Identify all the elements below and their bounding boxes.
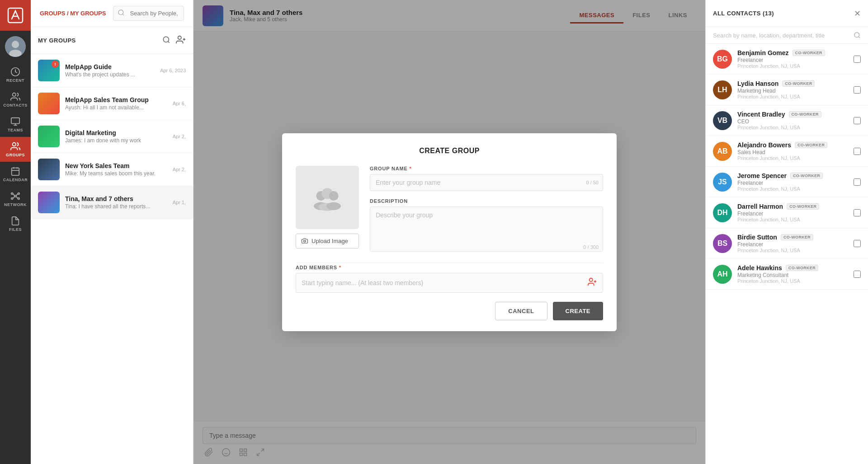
contact-checkbox[interactable]: [854, 117, 861, 124]
create-button[interactable]: CREATE: [553, 302, 603, 320]
groups-panel-title: MY GROUPS: [38, 37, 76, 44]
contacts-search-input[interactable]: [713, 32, 849, 39]
group-thumbnail: [38, 126, 60, 147]
modal-title: CREATE GROUP: [296, 147, 603, 155]
svg-point-14: [14, 195, 16, 197]
svg-line-50: [859, 37, 860, 38]
add-group-icon[interactable]: [176, 35, 186, 47]
modal-overlay: CREATE GROUP: [193, 0, 705, 464]
svg-point-44: [326, 202, 341, 210]
contact-checkbox[interactable]: [854, 56, 861, 63]
sidebar-navigation: RECENT CONTACTS TEAMS GROUPS CALENDAR NE…: [0, 0, 31, 464]
sidebar-item-files[interactable]: FILES: [0, 211, 31, 236]
groups-panel: GROUPS / MY GROUPS MY GROUPS ! MelpApp G…: [31, 0, 193, 464]
svg-point-41: [329, 191, 339, 201]
contacts-panel: ALL CONTACTS (13) ✕ BG Benjamin Gomez CO…: [705, 0, 868, 464]
modal-image-area: Upload Image: [296, 166, 359, 253]
contacts-header: ALL CONTACTS (13) ✕: [706, 0, 868, 27]
groups-search-icon[interactable]: [162, 36, 170, 46]
svg-rect-6: [11, 118, 19, 124]
svg-point-17: [11, 198, 13, 200]
contact-item: JS Jerome Spencer CO-WORKER Freelancer P…: [706, 167, 868, 197]
description-char-count: 0 / 300: [583, 244, 599, 250]
contact-avatar: BG: [713, 50, 732, 69]
contact-item: VB Vincent Bradley CO-WORKER CEO Princet…: [706, 105, 868, 136]
group-thumbnail: [38, 93, 60, 114]
close-contacts-button[interactable]: ✕: [854, 9, 861, 19]
contact-checkbox[interactable]: [854, 271, 861, 278]
group-item[interactable]: Digital Marketing James: I am done with …: [31, 120, 193, 153]
group-name-char-count: 0 / 50: [586, 180, 599, 185]
svg-point-45: [304, 240, 306, 242]
add-members-section: ADD MEMBERS *: [296, 265, 603, 293]
description-textarea-wrapper: 0 / 300: [370, 206, 603, 253]
group-info: New York Sales Team Mike: My teams sales…: [65, 162, 167, 177]
contact-item: AH Adele Hawkins CO-WORKER Marketing Con…: [706, 259, 868, 290]
modal-actions: CANCEL CREATE: [296, 302, 603, 320]
svg-point-9: [13, 143, 16, 146]
group-name-field: GROUP NAME * 0 / 50: [370, 166, 603, 191]
contact-info: Vincent Bradley CO-WORKER CEO Princeton …: [737, 111, 848, 130]
modal-form: GROUP NAME * 0 / 50 DESCRIPTION 0 / 300: [370, 166, 603, 253]
add-member-icon[interactable]: [582, 273, 603, 292]
modal-body: Upload Image GROUP NAME * 0 / 50: [296, 166, 603, 253]
description-textarea[interactable]: [370, 206, 603, 252]
search-bar: [113, 6, 184, 21]
contact-checkbox[interactable]: [854, 148, 861, 155]
upload-image-button[interactable]: Upload Image: [296, 234, 359, 248]
group-info: Tina, Max and 7 others Tina: I have shar…: [65, 195, 167, 210]
sidebar-item-network[interactable]: NETWORK: [0, 187, 31, 211]
sidebar-item-groups[interactable]: GROUPS: [0, 137, 31, 162]
contact-item: BS Birdie Sutton CO-WORKER Freelancer Pr…: [706, 228, 868, 259]
sidebar-item-teams[interactable]: TEAMS: [0, 112, 31, 137]
contacts-panel-title: ALL CONTACTS (13): [713, 10, 774, 17]
contact-avatar: LH: [713, 80, 732, 99]
add-members-input[interactable]: [296, 275, 582, 291]
svg-line-26: [168, 41, 169, 42]
contact-avatar: VB: [713, 111, 732, 130]
contacts-search-icon: [854, 32, 861, 39]
svg-point-5: [13, 93, 16, 96]
svg-point-16: [18, 193, 20, 195]
user-avatar[interactable]: [5, 36, 26, 57]
top-bar: GROUPS / MY GROUPS: [31, 0, 193, 27]
contact-avatar: AB: [713, 142, 732, 161]
groups-actions: [162, 35, 186, 47]
contact-info: Birdie Sutton CO-WORKER Freelancer Princ…: [737, 234, 848, 253]
group-item[interactable]: ! MelpApp Guide What's the project updat…: [31, 54, 193, 87]
contact-info: Jerome Spencer CO-WORKER Freelancer Prin…: [737, 172, 848, 192]
unread-badge: !: [52, 61, 59, 68]
svg-point-49: [854, 33, 859, 37]
description-field: DESCRIPTION 0 / 300: [370, 198, 603, 253]
breadcrumb: GROUPS / MY GROUPS: [40, 10, 106, 17]
svg-line-19: [13, 194, 15, 196]
contact-checkbox[interactable]: [854, 240, 861, 247]
group-thumbnail: [38, 192, 60, 213]
svg-line-20: [16, 194, 18, 196]
sidebar-item-recent[interactable]: RECENT: [0, 62, 31, 87]
contact-checkbox[interactable]: [854, 209, 861, 216]
svg-point-46: [590, 278, 593, 281]
group-name-input[interactable]: [370, 174, 603, 191]
svg-point-23: [118, 10, 123, 15]
add-members-input-wrap: [296, 273, 603, 293]
group-info: MelpApp Guide What's the project updates…: [65, 63, 155, 78]
svg-point-25: [163, 37, 169, 42]
cancel-button[interactable]: CANCEL: [495, 302, 547, 320]
svg-line-24: [123, 14, 124, 15]
sidebar-item-calendar[interactable]: CALENDAR: [0, 162, 31, 187]
contact-avatar: AH: [713, 265, 732, 284]
sidebar-item-contacts[interactable]: CONTACTS: [0, 87, 31, 112]
groups-header: MY GROUPS: [31, 27, 193, 54]
group-item[interactable]: New York Sales Team Mike: My teams sales…: [31, 153, 193, 186]
group-thumbnail: !: [38, 60, 60, 81]
contact-checkbox[interactable]: [854, 86, 861, 94]
contact-checkbox[interactable]: [854, 178, 861, 186]
group-name-label: GROUP NAME *: [370, 166, 603, 171]
svg-line-21: [13, 197, 15, 199]
main-area: Tina, Max and 7 others Jack, Mike and 5 …: [193, 0, 705, 464]
contact-info: Adele Hawkins CO-WORKER Marketing Consul…: [737, 264, 848, 284]
group-item[interactable]: Tina, Max and 7 others Tina: I have shar…: [31, 186, 193, 219]
group-item[interactable]: MelpApp Sales Team Group Ayush: Hi all I…: [31, 87, 193, 120]
group-thumbnail: [38, 159, 60, 180]
